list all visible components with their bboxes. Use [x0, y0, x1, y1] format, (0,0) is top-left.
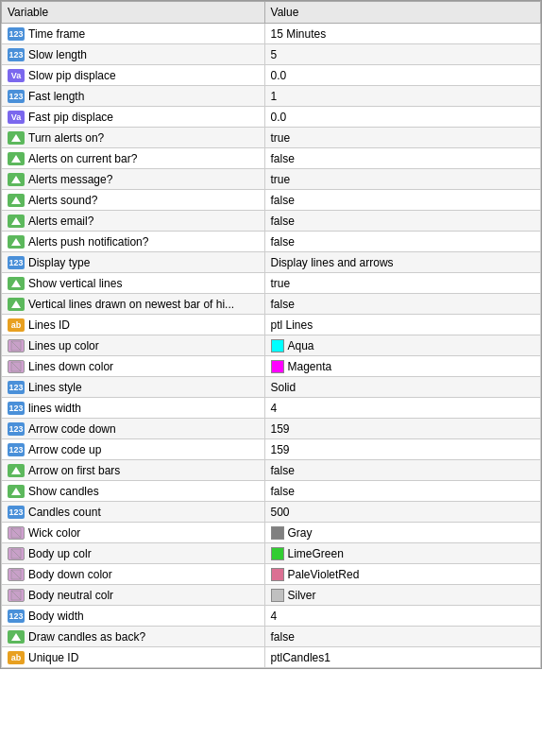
table-row: 123lines width4 — [2, 398, 541, 419]
type-icon-ab: ab — [8, 651, 25, 664]
variable-label: Draw candles as back? — [28, 630, 145, 644]
type-icon-123: 123 — [8, 506, 25, 519]
type-icon-bool — [8, 194, 25, 207]
variable-label: Lines up color — [28, 339, 99, 352]
type-icon-bool — [8, 464, 25, 477]
variable-cell: Body down color — [2, 564, 265, 585]
column-header-variable: Variable — [2, 2, 265, 24]
value-cell: false — [264, 190, 540, 211]
table-row: VaSlow pip displace0.0 — [2, 65, 541, 86]
value-cell: Aqua — [264, 335, 540, 356]
variable-label: Body down color — [28, 568, 112, 581]
value-cell: 0.0 — [264, 107, 540, 128]
value-cell: 5 — [264, 44, 540, 65]
color-swatch — [271, 568, 284, 581]
value-label: ptlCandles1 — [271, 651, 330, 664]
type-icon-bool — [8, 485, 25, 498]
variable-cell: abUnique ID — [2, 647, 265, 668]
value-label: 4 — [271, 402, 278, 415]
type-icon-bool — [8, 235, 25, 249]
variable-label: Slow length — [28, 48, 87, 61]
type-icon-color — [8, 568, 25, 581]
variable-cell: Alerts push notification? — [2, 232, 265, 252]
value-label: true — [271, 277, 291, 290]
value-label: Aqua — [288, 339, 314, 352]
variable-cell: VaFast pip displace — [2, 107, 265, 128]
variable-label: Show vertical lines — [28, 277, 122, 290]
color-swatch — [271, 547, 284, 560]
variable-cell: 123Slow length — [2, 44, 265, 65]
table-row: abLines IDptl Lines — [2, 315, 541, 335]
value-label: 159 — [271, 443, 290, 456]
type-icon-123: 123 — [8, 48, 25, 61]
value-cell: true — [264, 169, 540, 190]
value-cell: false — [264, 627, 540, 647]
variable-label: Arrow code up — [28, 443, 101, 456]
type-icon-123: 123 — [8, 27, 25, 41]
type-icon-123: 123 — [8, 90, 25, 103]
value-cell: 0.0 — [264, 65, 540, 86]
type-icon-123: 123 — [8, 402, 25, 415]
value-cell: true — [264, 128, 540, 148]
variable-cell: Vertical lines drawn on newest bar of hi… — [2, 294, 265, 315]
value-label: false — [271, 235, 295, 249]
svg-marker-3 — [11, 197, 21, 204]
value-label: Display lines and arrows — [271, 256, 394, 269]
type-icon-bool — [8, 152, 25, 165]
value-label: true — [271, 173, 291, 186]
value-cell: false — [264, 481, 540, 502]
value-cell: 159 — [264, 419, 540, 439]
table-row: 123Display typeDisplay lines and arrows — [2, 252, 541, 273]
value-label: false — [271, 630, 295, 644]
variable-label: Vertical lines drawn on newest bar of hi… — [28, 298, 234, 311]
table-row: Alerts message?true — [2, 169, 541, 190]
variable-cell: 123Body width — [2, 606, 265, 627]
value-label: 4 — [271, 610, 278, 623]
value-label: Solid — [271, 381, 296, 394]
value-cell: 159 — [264, 439, 540, 460]
value-label: 159 — [271, 422, 290, 436]
type-icon-color — [8, 526, 25, 540]
value-label: false — [271, 215, 295, 228]
table-row: 123Time frame15 Minutes — [2, 24, 541, 44]
svg-marker-12 — [11, 467, 21, 474]
variable-label: Alerts sound? — [28, 194, 97, 207]
variable-cell: Alerts email? — [2, 211, 265, 232]
variable-label: lines width — [28, 402, 81, 415]
value-label: 15 Minutes — [271, 27, 327, 41]
svg-marker-0 — [11, 134, 21, 142]
value-cell: LimeGreen — [264, 543, 540, 564]
value-label: false — [271, 485, 295, 498]
table-row: Vertical lines drawn on newest bar of hi… — [2, 294, 541, 315]
variable-label: Lines style — [28, 381, 82, 394]
value-label: 0.0 — [271, 69, 287, 82]
variable-cell: Lines up color — [2, 335, 265, 356]
table-row: Body up colrLimeGreen — [2, 543, 541, 564]
table-row: Show vertical linestrue — [2, 273, 541, 294]
value-label: Magenta — [288, 360, 332, 373]
type-icon-color — [8, 339, 25, 352]
type-icon-bool — [8, 298, 25, 311]
type-icon-123: 123 — [8, 610, 25, 623]
variable-label: Turn alerts on? — [28, 131, 104, 145]
variable-label: Unique ID — [28, 651, 78, 664]
type-icon-123: 123 — [8, 443, 25, 456]
type-icon-bool — [8, 173, 25, 186]
value-label: false — [271, 194, 295, 207]
variable-label: Alerts push notification? — [28, 235, 148, 249]
variable-label: Candles count — [28, 506, 101, 519]
value-cell: false — [264, 232, 540, 252]
variable-label: Body neutral colr — [28, 589, 113, 602]
variable-label: Slow pip displace — [28, 69, 116, 82]
type-icon-va: Va — [8, 69, 25, 82]
variable-cell: abLines ID — [2, 315, 265, 335]
value-label: Silver — [288, 589, 316, 602]
table-row: 123Arrow code down159 — [2, 419, 541, 439]
variable-label: Body width — [28, 610, 84, 623]
table-row: 123Arrow code up159 — [2, 439, 541, 460]
svg-marker-13 — [11, 488, 21, 495]
value-cell: false — [264, 148, 540, 169]
table-row: Alerts sound?false — [2, 190, 541, 211]
value-label: 5 — [271, 48, 278, 61]
table-row: 123Lines styleSolid — [2, 377, 541, 398]
